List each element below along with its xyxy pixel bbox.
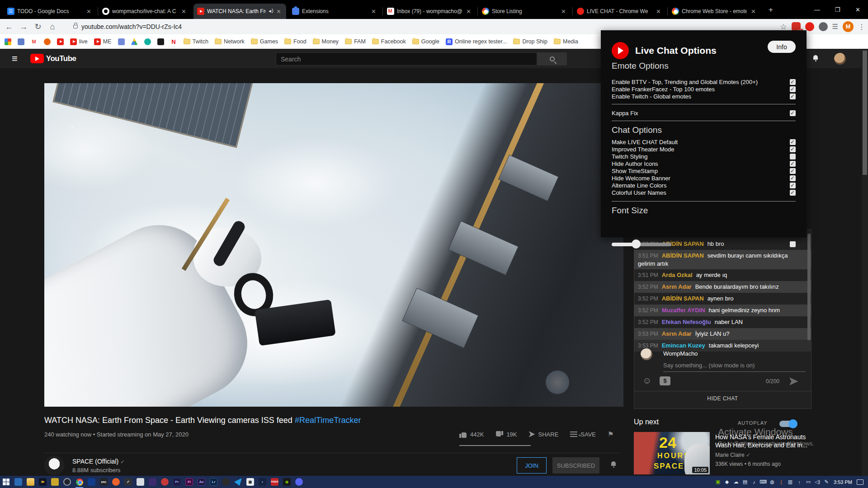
scrollbar-thumb[interactable]	[863, 51, 867, 175]
checkbox[interactable]	[790, 161, 796, 167]
checkbox[interactable]	[790, 168, 796, 174]
back-button[interactable]: ←	[2, 22, 16, 32]
tab-close-icon[interactable]: ✕	[465, 8, 472, 15]
chat-message[interactable]: 3:53 PMEmincan Kuzeytakamadi kelepceyi	[634, 340, 811, 352]
address-bar[interactable]: youtube.com/watch?v=DDU-rZs-Ic4	[81, 23, 182, 30]
file-explorer-icon[interactable]	[24, 476, 37, 488]
start-button[interactable]	[0, 476, 12, 488]
bookmark-favicon[interactable]	[157, 38, 164, 45]
taskbar-app-icon[interactable]	[12, 476, 24, 488]
live-chat-extension-icon[interactable]	[805, 22, 814, 31]
option-improved-theater[interactable]: Improved Theater Mode	[612, 146, 796, 153]
option-alternate-line-colors[interactable]: Alternate Line Colors	[612, 182, 796, 189]
restore-button[interactable]: ❐	[827, 0, 848, 19]
home-button[interactable]: ⌂	[45, 22, 60, 32]
taskbar-app-icon[interactable]	[232, 476, 244, 488]
close-button[interactable]: ✕	[848, 0, 868, 19]
option-enable-frankerfacez[interactable]: Enable FrankerFacez - Top 100 emotes	[612, 86, 796, 93]
forward-button[interactable]: →	[16, 22, 31, 32]
checkbox[interactable]	[790, 79, 796, 85]
kebab-menu-icon[interactable]: ⋮	[858, 23, 865, 31]
bookmark-regex-tester[interactable]: ROnline regex tester...	[446, 38, 507, 45]
like-button[interactable]: 442K	[459, 431, 484, 438]
dislike-button[interactable]: 19K	[495, 431, 517, 438]
bookmark-folder-facebook[interactable]: Facebook	[372, 38, 406, 45]
hashtag-link[interactable]: #RealTimeTracker	[295, 416, 361, 425]
reading-list-icon[interactable]: ☰	[832, 23, 838, 31]
tray-pen-icon[interactable]: ✎	[822, 479, 831, 485]
video-player[interactable]	[44, 83, 623, 407]
option-show-timestamp[interactable]: Show TimeStamp	[612, 168, 796, 174]
tab-extensions[interactable]: Extensions ✕	[288, 4, 381, 19]
taskbar-app-icon[interactable]	[61, 476, 73, 488]
tray-power-icon[interactable]: ◍	[768, 479, 777, 485]
youtube-logo[interactable]: YouTube	[30, 54, 76, 63]
netflix-bookmark-icon[interactable]: N	[170, 38, 177, 45]
chat-username[interactable]: Muzaffer AYDIN	[662, 307, 705, 314]
discord-icon[interactable]	[293, 476, 305, 488]
tab-google-docs[interactable]: TODO - Google Docs ✕	[4, 4, 96, 19]
tab-youtube-active[interactable]: WATCH NASA: Earth Fro ✕	[193, 4, 286, 19]
lock-icon[interactable]	[73, 25, 78, 28]
taskbar-app-icon[interactable]	[49, 476, 61, 488]
tray-mic-icon[interactable]: ♪	[750, 479, 759, 485]
bookmark-folder-twitch[interactable]: Twitch	[184, 38, 208, 45]
emoji-icon[interactable]: ☺	[642, 375, 651, 386]
bookmark-youtube-live[interactable]: live	[70, 38, 88, 45]
tab-gmail[interactable]: Inbox (79) - wompmacho@ ✕	[383, 4, 476, 19]
taskbar-app-icon[interactable]: ≫	[37, 476, 49, 488]
taskbar-app-icon[interactable]	[220, 476, 232, 488]
up-next-thumbnail[interactable]: 24 HOURS SPACE 10:05	[634, 432, 710, 474]
page-scrollbar[interactable]	[862, 49, 868, 476]
option-live-chat-default[interactable]: Make LIVE CHAT Default	[612, 139, 796, 145]
up-next-channel[interactable]: Marie Claire ✓	[715, 452, 750, 458]
chrome-taskbar-icon[interactable]	[73, 476, 85, 488]
checkbox[interactable]	[790, 175, 796, 181]
tab-live-chat-store[interactable]: LIVE CHAT - Chrome We ✕	[573, 4, 666, 19]
checkbox[interactable]	[790, 139, 796, 145]
info-button[interactable]: Info	[768, 41, 796, 53]
tab-close-icon[interactable]: ✕	[85, 8, 93, 15]
gmail-bookmark-icon[interactable]	[31, 38, 38, 45]
taskbar-app-icon[interactable]	[159, 476, 171, 488]
checkbox[interactable]	[790, 190, 796, 196]
browser-profile-avatar[interactable]: M	[843, 21, 854, 32]
checkbox[interactable]	[790, 86, 796, 92]
tray-keyboard-icon[interactable]: ⌨	[759, 479, 768, 485]
chat-username[interactable]: ABİDİN SAPAN	[662, 252, 704, 259]
bookmark-folder-food[interactable]: Food	[284, 38, 307, 45]
tray-volume-icon[interactable]: ◁)	[813, 479, 822, 485]
option-twitch-styling[interactable]: Twitch Styling	[612, 153, 796, 160]
extension-icon-badged[interactable]: 15	[792, 22, 801, 31]
chat-username[interactable]: Asrın Adar	[662, 283, 692, 290]
chat-message[interactable]: 3:51 PMArda Ozkalay merde ıq	[634, 269, 811, 281]
tray-display-icon[interactable]: ▤	[741, 479, 750, 485]
bookmark-folder-network[interactable]: Network	[215, 38, 245, 45]
hide-chat-button[interactable]: HIDE CHAT	[634, 395, 811, 402]
new-tab-button[interactable]: +	[769, 5, 773, 14]
tab-close-icon[interactable]: ✕	[750, 8, 757, 15]
taskbar-app-icon[interactable]: ✓	[122, 476, 134, 488]
chat-username[interactable]: Asrın Adar	[662, 330, 692, 337]
chat-message-list[interactable]: 3:50 PMABİDİN SAPANhb bro 3:51 PMABİDİN …	[634, 238, 811, 352]
share-button[interactable]: SHARE	[529, 431, 559, 438]
save-button[interactable]: SAVE	[570, 431, 596, 438]
chat-message[interactable]: 3:52 PMABİDİN SAPANaynen bro	[634, 293, 811, 305]
chat-username[interactable]: Arda Ozkal	[662, 272, 693, 278]
bookmark-favicon[interactable]	[5, 38, 11, 45]
extension-icon[interactable]	[819, 22, 828, 31]
chat-username[interactable]: ABİDİN SAPAN	[662, 295, 704, 302]
checkbox[interactable]	[790, 183, 796, 188]
search-input[interactable]: Search	[276, 52, 537, 66]
taskbar-app-icon[interactable]	[110, 476, 122, 488]
tray-icon[interactable]: (	[777, 479, 786, 485]
font-size-checkbox-row[interactable]	[612, 241, 796, 248]
epic-games-icon[interactable]: EPIC	[98, 476, 110, 488]
option-enable-twitch[interactable]: Enable Twitch - Global emotes	[612, 93, 796, 100]
discord-bookmark-icon[interactable]	[118, 38, 125, 45]
autoplay-toggle[interactable]	[779, 421, 797, 427]
tray-icon[interactable]: ▥	[786, 479, 795, 485]
up-next-title[interactable]: How NASA's Female Astronauts Wash Hair, …	[715, 433, 815, 449]
bookmark-folder-google[interactable]: Google	[412, 38, 439, 45]
tab-close-icon[interactable]: ✕	[655, 8, 662, 15]
